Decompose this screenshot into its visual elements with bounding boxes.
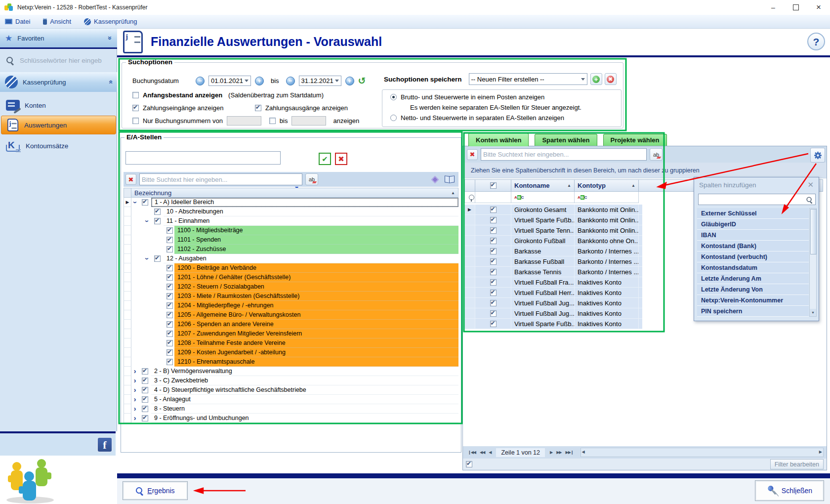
ea-filter-input[interactable]: Bitte Suchtext hier eingeben... — [139, 173, 302, 185]
buchungsnummer-bis-input[interactable] — [291, 116, 326, 126]
table-row[interactable]: Virtuell Fußball Jug...Inaktives Konto — [464, 298, 642, 308]
table-row[interactable]: Virtuell Fußball Jug...Inaktives Konto — [464, 308, 642, 319]
ea-search-input[interactable] — [125, 151, 281, 165]
spalten-search-input[interactable] — [698, 194, 816, 205]
kontotyp-cell[interactable]: Inaktives Konto — [575, 288, 639, 297]
spalten-list-item[interactable]: GläubigerID — [697, 219, 809, 230]
table-row[interactable]: Virtuell Sparte Tenn...Bankkonto mit Onl… — [464, 225, 642, 236]
expand-node-icon[interactable]: › — [131, 376, 138, 385]
tree-node-label[interactable]: 1203 - Miete / Raumkosten (Geschäftsstel… — [174, 292, 458, 301]
expand-node-icon[interactable]: › — [131, 404, 138, 414]
kontotyp-cell[interactable]: Bankkonto ohne On... — [575, 236, 639, 246]
spalten-list-item[interactable]: Netxp:Verein-Kontonummer — [697, 295, 809, 306]
tree-node-label[interactable]: 1 - A) Ideeller Bereich — [151, 198, 458, 207]
ea-tree-row[interactable]: ›12 - Ausgaben — [124, 254, 458, 263]
sidebar-item-kontoumsaetze[interactable]: K Kontoumsätze — [1, 136, 116, 155]
ea-tree-row[interactable]: ›5 - Anlagegut — [124, 395, 458, 404]
zahlungsausgaenge-checkbox[interactable] — [255, 105, 261, 111]
date-to-plus-button[interactable]: + — [345, 77, 354, 85]
zahlungseingaenge-checkbox[interactable] — [132, 105, 139, 111]
tree-node-label[interactable]: 8 - Steuern — [151, 404, 458, 414]
tree-node-label[interactable]: 1100 - Mitgliedsbeiträge — [174, 226, 458, 235]
tree-node-checkbox[interactable] — [166, 321, 173, 328]
autofilter-kontoname-cell[interactable]: ABC — [511, 192, 575, 203]
checkbox-cell[interactable] — [475, 256, 511, 266]
tab-sparten-waehlen[interactable]: Sparten wählen — [535, 134, 597, 146]
brutto-radio[interactable] — [390, 94, 397, 100]
kontoname-cell[interactable]: Virtuell Sparte Fußb... — [511, 215, 575, 225]
sidebar-item-auswertungen[interactable]: Auswertungen — [1, 116, 116, 134]
tree-node-checkbox[interactable] — [166, 227, 173, 234]
first-page-icon[interactable]: ❙◀◀ — [468, 450, 476, 455]
spalten-list-item[interactable]: Kontostand (Bank) — [697, 241, 809, 252]
kontotyp-cell[interactable]: Inaktives Konto — [575, 277, 639, 287]
tree-node-label[interactable]: 1205 - Allgemeine Büro- / Verwaltungskos… — [174, 310, 458, 320]
row-checkbox[interactable] — [490, 248, 497, 254]
row-checkbox[interactable] — [490, 269, 497, 275]
ea-tree-row[interactable]: 1207 - Zuwendungen Mitglieder Vereinsfei… — [124, 329, 458, 338]
ea-tree-row[interactable]: ›4 - D) Steuerpflichtige wirtschaftliche… — [124, 385, 458, 395]
select-all-checkbox[interactable] — [490, 182, 497, 189]
date-to-input[interactable]: 31.12.2021 — [299, 76, 341, 86]
spalten-list-item[interactable]: Kontostandsdatum — [697, 262, 809, 273]
tree-node-label[interactable]: 9 - Eröffnungs- und Umbuchungen — [151, 414, 458, 423]
horizontal-scrollbar[interactable] — [581, 448, 824, 457]
gear-button[interactable] — [810, 148, 825, 163]
row-checkbox[interactable] — [490, 238, 497, 244]
ea-tree-row[interactable]: ›8 - Steuern — [124, 404, 458, 414]
row-checkbox[interactable] — [490, 207, 497, 213]
spalten-list-item[interactable]: IBAN — [697, 230, 809, 241]
maximize-button[interactable] — [785, 0, 807, 15]
tab-konten-waehlen[interactable]: Konten wählen — [468, 133, 529, 146]
filter-add-button[interactable]: + — [590, 73, 602, 85]
column-kontoname[interactable]: Kontoname▲ — [511, 179, 575, 192]
date-from-input[interactable]: 01.01.2021 — [208, 76, 251, 86]
next-page-icon[interactable]: ▶ — [550, 450, 552, 455]
row-checkbox[interactable] — [490, 217, 497, 223]
kontotyp-cell[interactable]: Bankkonto mit Onlin... — [575, 225, 639, 235]
scrollbar-down-arrow[interactable]: ▼ — [810, 309, 816, 316]
tree-node-checkbox[interactable] — [166, 359, 173, 365]
checkbox-cell[interactable] — [475, 288, 511, 297]
kontoname-cell[interactable]: Virtuell Sparte Tenn... — [511, 225, 575, 235]
kontoname-cell[interactable]: Virtuell Fußball Herr... — [511, 288, 575, 297]
tree-node-checkbox[interactable] — [166, 284, 173, 290]
tags-icon[interactable] — [431, 175, 439, 183]
row-checkbox[interactable] — [490, 300, 497, 306]
spalten-list-item[interactable]: Kontostand (verbucht) — [697, 252, 809, 262]
prev-group-icon[interactable]: ◀◀ — [480, 450, 485, 455]
tree-node-label[interactable]: 4 - D) Steuerpflichtige wirtschaftliche … — [151, 385, 458, 395]
sidebar-search[interactable]: Schlüsselwörter hier eingeb — [0, 51, 117, 69]
tree-node-checkbox[interactable] — [154, 209, 161, 215]
spalten-list-item[interactable]: Externer Schlüssel — [697, 208, 809, 219]
spalten-scrollbar[interactable]: ▼ — [809, 208, 817, 317]
collapse-node-icon[interactable]: › — [142, 255, 152, 262]
date-from-plus-button[interactable]: + — [255, 77, 264, 85]
kontotyp-cell[interactable]: Barkonto / Internes ... — [575, 246, 639, 256]
checkbox-cell[interactable] — [475, 267, 511, 277]
chevron-down-icon[interactable] — [581, 78, 585, 81]
date-from-dropdown-icon[interactable] — [245, 80, 249, 82]
table-row[interactable]: Virtuell Sparte Fußb...Inaktives Konto — [464, 319, 642, 329]
select-all-column-header[interactable] — [475, 179, 511, 192]
konten-filter-input[interactable]: Bitte Suchtext hier eingeben... — [481, 148, 647, 161]
close-button[interactable]: × — [807, 0, 830, 15]
buchungsnummer-von-input[interactable] — [227, 116, 261, 126]
date-to-dropdown-icon[interactable] — [335, 80, 339, 82]
next-group-icon[interactable]: ▶▶ — [556, 450, 561, 455]
tree-node-checkbox[interactable] — [154, 218, 161, 224]
help-button[interactable]: ? — [807, 33, 825, 50]
anfangsbestand-checkbox[interactable] — [132, 92, 139, 98]
ea-tree-row[interactable]: 1101 - Spenden — [124, 235, 458, 245]
tree-node-checkbox[interactable] — [166, 237, 173, 243]
autofilter-checkbox-cell[interactable] — [475, 192, 511, 203]
spalten-list-item[interactable]: PIN speichern — [697, 306, 809, 317]
tree-node-checkbox[interactable] — [166, 340, 173, 346]
row-checkbox[interactable] — [490, 279, 497, 286]
table-row[interactable]: ▶Girokonto GesamtBankkonto mit Onlin... — [464, 205, 642, 215]
filter-bearbeiten-button[interactable]: Filter bearbeiten — [770, 459, 824, 469]
tree-node-label[interactable]: 1102 - Zuschüsse — [174, 245, 458, 254]
collapse-node-icon[interactable]: › — [130, 199, 140, 206]
scrollbar-thumb[interactable] — [810, 209, 817, 254]
table-row[interactable]: Barkasse TennisBarkonto / Internes ... — [464, 267, 642, 277]
